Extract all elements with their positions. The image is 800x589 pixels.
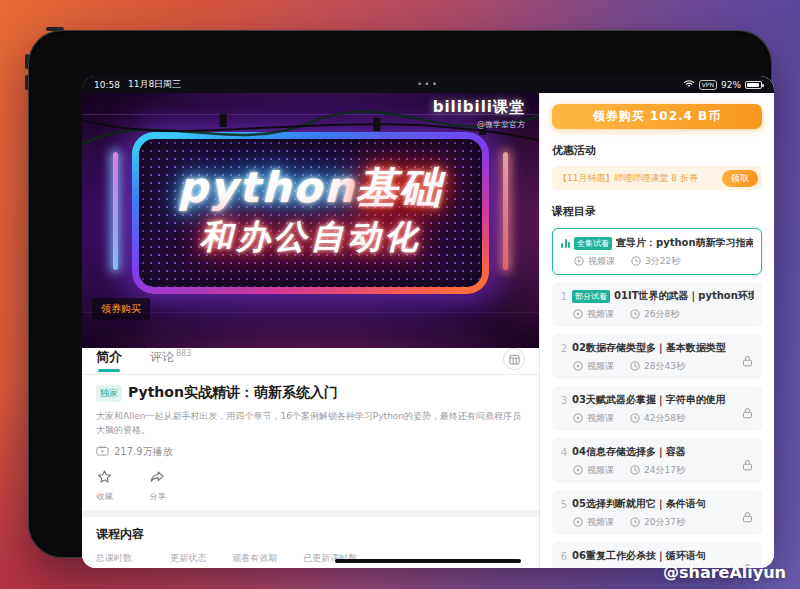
comments-count: 883 xyxy=(176,349,191,358)
course-title: Python实战精讲：萌新系统入门 xyxy=(128,384,338,402)
meta-update-status: 更新状态 已完结 xyxy=(170,552,206,568)
tab-comments[interactable]: 评论883 xyxy=(150,349,191,374)
clock-icon xyxy=(630,361,640,373)
vpn-badge: VPN xyxy=(699,80,717,90)
coupon-text: 【11月特惠】哔哩哔哩课堂 8 折券 xyxy=(558,172,722,185)
trial-badge: 全集试看 xyxy=(574,237,612,250)
coupon-banner[interactable]: 【11月特惠】哔哩哔哩课堂 8 折券 领取 xyxy=(552,166,762,190)
watermark: @shareAliyun xyxy=(663,563,786,582)
ipad-bezel: 10:58 11月8日周三 ••• VPN 92% xyxy=(28,30,772,558)
lock-icon xyxy=(742,352,753,371)
lock-icon xyxy=(742,508,753,527)
video-type-icon xyxy=(573,361,583,373)
meta-total-lessons: 总课时数 共30课时 xyxy=(96,552,144,568)
wifi-icon xyxy=(683,79,695,90)
share-button[interactable]: 分享 xyxy=(149,469,166,502)
episode-item-4[interactable]: 4 04信息存储选择多｜容器 视频课 24分17秒 xyxy=(552,438,762,483)
course-page: 简介 评论883 独家 Python实战精讲：萌新系统入门 xyxy=(82,348,539,568)
catalog-heading: 课程目录 xyxy=(552,204,762,219)
multitasking-dots-icon[interactable]: ••• xyxy=(417,80,439,89)
battery-percent: 92% xyxy=(721,80,741,90)
clock-icon xyxy=(630,309,640,321)
clock-icon xyxy=(631,256,641,268)
home-indicator[interactable] xyxy=(335,559,521,563)
bilibili-classroom-logo: bilibili课堂 @微学堂官方 xyxy=(433,98,525,130)
share-arrow-icon xyxy=(149,469,166,489)
episode-item-trailer[interactable]: 全集试看 宣导片：python萌新学习指南 视频课 3分22秒 xyxy=(552,228,762,275)
clock-icon xyxy=(630,517,640,529)
course-summary-card: 独家 Python实战精讲：萌新系统入门 大家和Allen一起从新手村出发，用四… xyxy=(82,375,539,510)
video-type-icon xyxy=(574,256,584,268)
neon-title-line2: 和办公自动化 xyxy=(200,215,422,260)
episode-list: 全集试看 宣导片：python萌新学习指南 视频课 3分22秒 1 xyxy=(552,228,762,568)
status-time: 10:58 xyxy=(94,80,120,90)
clock-icon xyxy=(630,465,640,477)
video-type-icon xyxy=(573,413,583,425)
tab-bar: 简介 评论883 xyxy=(82,348,539,375)
tab-intro[interactable]: 简介 xyxy=(96,348,122,374)
buy-button[interactable]: 领券购买 102.4 B币 xyxy=(552,104,762,129)
exclusive-badge: 独家 xyxy=(96,385,122,402)
video-type-icon xyxy=(573,309,583,321)
course-content-heading: 课程内容 xyxy=(96,526,525,543)
panel-grid-icon[interactable] xyxy=(503,348,525,370)
neon-title-line1: python基础 xyxy=(177,166,443,210)
lock-icon xyxy=(742,456,753,475)
neon-tube-left xyxy=(113,152,118,270)
meta-validity: 观看有效期 长期有效 xyxy=(232,552,277,568)
video-player[interactable]: python基础 和办公自动化 bilibili课堂 @微学堂官方 领券购买 xyxy=(82,76,539,348)
glitch-line xyxy=(82,312,539,313)
clock-icon xyxy=(630,413,640,425)
status-bar: 10:58 11月8日周三 ••• VPN 92% xyxy=(82,76,774,93)
lock-icon xyxy=(742,404,753,423)
course-catalog-sidebar: 领券购买 102.4 B币 优惠活动 【11月特惠】哔哩哔哩课堂 8 折券 领取… xyxy=(539,76,774,568)
playing-equalizer-icon xyxy=(561,238,570,248)
play-count-icon xyxy=(96,445,109,458)
episode-item-1[interactable]: 1 部分试看 01IT世界的武器｜python环境搭建_第一个 视频课 26分8… xyxy=(552,282,762,327)
video-coupon-badge[interactable]: 领券购买 xyxy=(92,298,150,320)
video-type-icon xyxy=(573,465,583,477)
desktop-wallpaper: 10:58 11月8日周三 ••• VPN 92% xyxy=(0,0,800,589)
promo-heading: 优惠活动 xyxy=(552,143,762,158)
episode-item-5[interactable]: 5 05选择判断就用它｜条件语句 视频课 20分37秒 xyxy=(552,490,762,535)
favorite-button[interactable]: 收藏 xyxy=(96,469,113,502)
neon-tube-right xyxy=(503,152,508,270)
play-count: 217.9万播放 xyxy=(114,445,173,459)
battery-icon xyxy=(745,81,762,89)
main-column: python基础 和办公自动化 bilibili课堂 @微学堂官方 领券购买 简… xyxy=(82,76,539,568)
video-type-icon xyxy=(573,517,583,529)
status-date: 11月8日周三 xyxy=(128,78,181,91)
episode-item-3[interactable]: 3 03天赋武器必掌握｜字符串的使用 视频课 42分58秒 xyxy=(552,386,762,431)
ipad-screen: 10:58 11月8日周三 ••• VPN 92% xyxy=(82,76,774,568)
star-icon xyxy=(96,469,113,489)
course-description: 大家和Allen一起从新手村出发，用四个章节，16个案例解锁各种学习Python… xyxy=(96,409,525,438)
trial-badge: 部分试看 xyxy=(572,290,610,303)
claim-coupon-button[interactable]: 领取 xyxy=(722,170,758,187)
episode-item-2[interactable]: 2 02数据存储类型多｜基本数据类型 视频课 28分43秒 xyxy=(552,334,762,379)
